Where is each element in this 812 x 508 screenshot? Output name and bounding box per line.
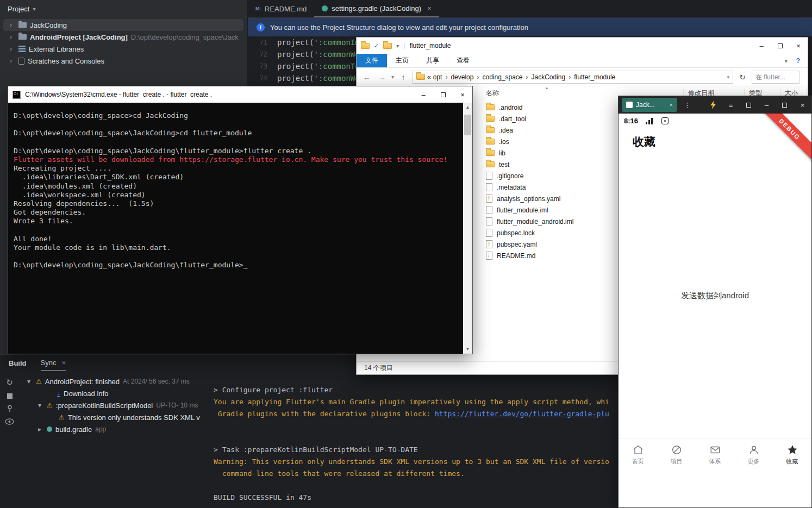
code-string: ':commonTo (314, 62, 359, 71)
build-tree-row[interactable]: ▾ ⚠ :prepareKotlinBuildScriptModel UP-TO… (19, 399, 209, 411)
ribbon-tab[interactable]: 查看 (448, 54, 478, 67)
minimize-button[interactable]: – (758, 96, 776, 114)
gradle-icon (47, 427, 52, 432)
project-panel-header[interactable]: Project ▾ (0, 0, 247, 17)
quickaccess-folder-icon[interactable] (383, 43, 392, 49)
phone-screen: 8:16 DEBUG 收藏 发送数据到android 首页 (619, 114, 811, 507)
warning-icon: ⚠ (36, 378, 42, 385)
file-type-icon (486, 217, 492, 225)
minimize-button[interactable]: – (414, 86, 433, 103)
terminal-output[interactable]: D:\opt\develop\coding_space>cd JackCodin… (8, 103, 463, 354)
terminal-line: All done! (14, 235, 463, 243)
build-tree-row[interactable]: ⚠ This version only understands SDK XML … (19, 411, 209, 423)
terminal-line (14, 120, 463, 129)
nav-more[interactable]: 更多 (734, 439, 773, 470)
terminal-line: D:\opt\develop\coding_space\JackCoding\f… (14, 147, 463, 155)
tab-readme[interactable]: M↓ README.md (248, 0, 314, 17)
lightning-icon[interactable] (704, 96, 722, 114)
forward-button[interactable]: → (376, 73, 388, 81)
quickaccess-check-icon[interactable]: ✓ (374, 42, 379, 49)
address-dropdown-icon[interactable]: ▾ (727, 74, 730, 80)
nav-home[interactable]: 首页 (619, 439, 657, 470)
phone-titlebar[interactable]: Jack... × ⋮ ≡ – × (619, 96, 811, 114)
close-button[interactable]: × (794, 96, 811, 114)
device-tab[interactable]: Jack... × (622, 98, 677, 112)
scroll-up-icon[interactable]: ▲ (463, 103, 472, 112)
breadcrumb-item[interactable]: develop (451, 73, 482, 81)
phone-statusbar: 8:16 (624, 117, 669, 125)
tab-label: Jack... (636, 101, 655, 109)
menu-icon[interactable]: ≡ (722, 96, 740, 114)
ribbon-tab[interactable]: 主页 (387, 54, 417, 67)
close-icon[interactable]: × (427, 4, 432, 12)
editor-tabbar: M↓ README.md settings.gradle (JackCoding… (248, 0, 812, 18)
project-tree: › JackCoding › AndroidProject [JackCodin… (0, 19, 247, 67)
file-name: .gitignore (497, 172, 523, 180)
close-icon[interactable]: × (670, 102, 673, 108)
mail-icon (709, 444, 721, 456)
breadcrumb-item[interactable]: flutter_module (574, 73, 615, 81)
build-tree-row[interactable]: ▾ ⚠ AndroidProject: finished At 2024/ 56… (19, 375, 209, 387)
stop-button[interactable] (7, 393, 13, 399)
nav-favorites[interactable]: 收藏 (773, 439, 811, 470)
tree-item-scratches[interactable]: › Scratches and Consoles (3, 55, 243, 67)
code-text: project( (277, 74, 314, 83)
maximize-button[interactable] (776, 96, 794, 114)
user-icon (748, 444, 760, 456)
rerun-button[interactable]: ↻ (6, 378, 13, 387)
ribbon-tab[interactable]: 文件 (357, 54, 387, 67)
terminal-line (14, 226, 463, 235)
maximize-button[interactable] (433, 86, 453, 103)
cmd-titlebar[interactable]: C:\ C:\Windows\System32\cmd.exe - flutte… (8, 86, 472, 103)
close-icon[interactable]: × (61, 359, 66, 367)
tab-sync[interactable]: Sync × (41, 355, 66, 371)
quickaccess-dropdown-icon[interactable]: ▾ (396, 43, 399, 49)
console-text: You are applying Flutter's main Gradle p… (214, 398, 609, 406)
line-number: 73 (248, 62, 267, 70)
explorer-titlebar[interactable]: ✓ ▾ | flutter_module – × (357, 37, 808, 54)
build-tree-row[interactable]: ▸ build.gradle app (19, 423, 209, 435)
scrollbar[interactable]: ▲ ▼ (463, 103, 472, 354)
breadcrumb-item[interactable]: opt (433, 73, 451, 81)
close-button[interactable]: × (453, 86, 472, 103)
minimize-button[interactable]: – (752, 37, 771, 54)
build-item-label: This version only understands SDK XML v (68, 413, 200, 422)
address-box[interactable]: « opt develop coding_space JackCoding fl… (413, 71, 733, 84)
collapse-ribbon-icon[interactable]: ▾ (785, 58, 788, 64)
pin-button[interactable] (6, 405, 14, 412)
build-tree-row[interactable]: ↓ Download info (19, 387, 209, 399)
scrollbar-thumb[interactable] (464, 115, 471, 135)
tree-item-jackcoding[interactable]: › JackCoding (3, 19, 243, 31)
kebab-menu-icon[interactable]: ⋮ (684, 101, 691, 109)
search-input[interactable] (752, 71, 799, 84)
back-button[interactable]: ← (361, 73, 373, 81)
nav-label: 体系 (709, 457, 721, 466)
history-dropdown-icon[interactable]: ▾ (391, 74, 394, 80)
eye-filter-button[interactable] (5, 418, 14, 425)
ribbon-tab[interactable]: 共享 (417, 54, 448, 67)
nav-projects[interactable]: 项目 (657, 439, 696, 470)
scroll-down-icon[interactable]: ▼ (463, 344, 472, 354)
window-controls: – × (752, 37, 808, 54)
close-button[interactable]: × (789, 37, 808, 54)
terminal-line: .idea\modules.xml (created) (14, 182, 463, 191)
file-name: analysis_options.yaml (497, 195, 560, 203)
ribbon-right: ▾ ? (785, 54, 808, 68)
breadcrumb-item[interactable]: coding_space (482, 73, 531, 81)
refresh-button[interactable]: ↻ (736, 73, 748, 81)
explorer-app-icon (361, 43, 370, 49)
warning-icon: ⚠ (47, 402, 53, 409)
maximize-button[interactable] (771, 37, 789, 54)
help-icon[interactable]: ? (796, 57, 800, 65)
up-button[interactable]: ↑ (397, 73, 409, 81)
nav-system[interactable]: 体系 (696, 439, 734, 470)
console-link[interactable]: https://flutter.dev/go/flutter-gradle-pl… (435, 410, 609, 418)
tree-item-androidproject[interactable]: › AndroidProject [JackCoding] D:\opt\dev… (3, 31, 243, 43)
line-number: 71 (248, 39, 267, 46)
new-window-icon[interactable] (740, 96, 758, 114)
breadcrumb-item[interactable]: JackCoding (532, 73, 574, 81)
tab-settings-gradle[interactable]: settings.gradle (JackCoding) × (314, 0, 439, 17)
tab-build[interactable]: Build (9, 355, 27, 371)
item-count: 14 个项目 (364, 363, 393, 373)
tree-item-external-libraries[interactable]: › External Libraries (3, 43, 243, 55)
